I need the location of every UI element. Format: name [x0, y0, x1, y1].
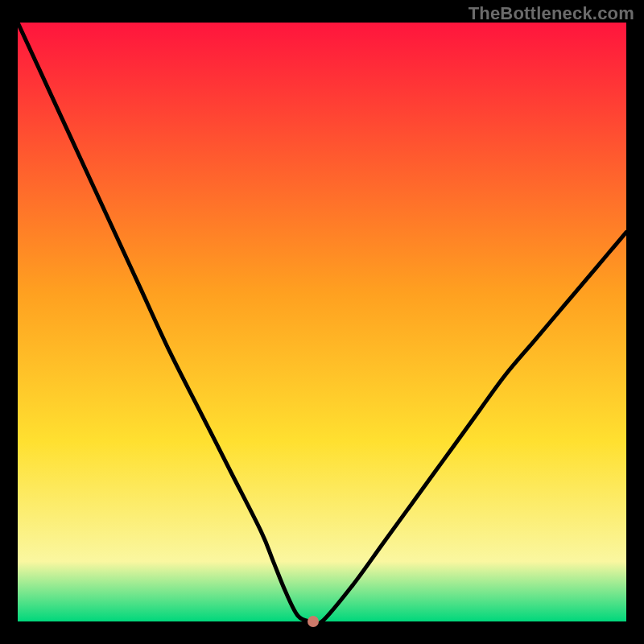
plot-area: [18, 23, 626, 621]
bottleneck-plot: [18, 23, 626, 621]
operating-point-marker: [308, 616, 319, 627]
watermark-label: TheBottleneck.com: [469, 3, 634, 24]
chart-frame: TheBottleneck.com: [0, 0, 644, 644]
gradient-background: [18, 23, 626, 621]
